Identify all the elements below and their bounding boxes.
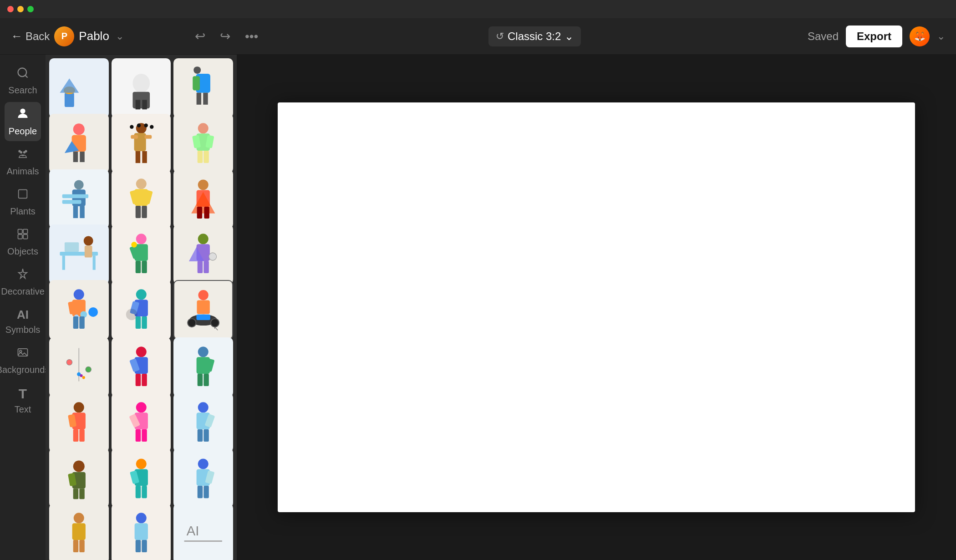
- asset-item-7[interactable]: [49, 169, 109, 229]
- svg-point-97: [198, 290, 208, 300]
- svg-rect-90: [79, 316, 84, 329]
- sidebar-item-plants[interactable]: Plants: [5, 183, 41, 221]
- svg-rect-52: [73, 206, 78, 218]
- svg-rect-11: [23, 234, 27, 239]
- svg-point-38: [130, 125, 133, 128]
- sidebar-item-decorative[interactable]: Decorative: [5, 263, 41, 301]
- asset-item-10[interactable]: [49, 224, 109, 284]
- svg-rect-24: [193, 76, 200, 90]
- sidebar-animals-label: Animals: [6, 166, 39, 177]
- svg-point-130: [198, 402, 208, 412]
- svg-point-105: [66, 359, 72, 365]
- asset-grid: ↖: [46, 55, 237, 560]
- sidebar: Search People Animals: [0, 55, 46, 560]
- sidebar-item-text[interactable]: T Text: [5, 382, 41, 419]
- svg-rect-113: [135, 374, 140, 386]
- asset-item-11[interactable]: [112, 224, 171, 284]
- export-button[interactable]: Export: [846, 25, 902, 47]
- svg-point-77: [198, 234, 208, 244]
- sidebar-item-animals[interactable]: Animals: [5, 143, 41, 181]
- asset-item-4[interactable]: [49, 114, 109, 173]
- style-selector[interactable]: ↺ Classic 3:2 ⌄: [488, 26, 581, 46]
- sidebar-item-symbols[interactable]: AI Symbols: [5, 303, 41, 340]
- sidebar-item-objects[interactable]: Objects: [5, 223, 41, 261]
- asset-item-16[interactable]: [49, 337, 109, 397]
- svg-point-150: [74, 513, 84, 524]
- asset-item-21[interactable]: [173, 393, 233, 453]
- sidebar-item-people[interactable]: People: [5, 102, 41, 141]
- asset-item-17[interactable]: [112, 337, 171, 397]
- svg-rect-82: [204, 261, 209, 273]
- sidebar-people-label: People: [9, 126, 37, 137]
- svg-text:AI: AI: [187, 524, 199, 539]
- style-dropdown-icon: ⌄: [564, 30, 574, 43]
- sidebar-item-backgrounds[interactable]: Backgrounds: [5, 341, 41, 380]
- back-button[interactable]: ← Back: [11, 29, 50, 43]
- svg-rect-119: [204, 374, 209, 386]
- svg-rect-50: [62, 194, 88, 198]
- asset-item-3[interactable]: [173, 58, 233, 118]
- asset-item-9[interactable]: [173, 169, 233, 229]
- svg-line-1: [25, 75, 27, 77]
- traffic-light-red[interactable]: [7, 6, 14, 12]
- avatar-dropdown-icon[interactable]: ⌄: [937, 31, 945, 42]
- asset-item-18[interactable]: [173, 337, 233, 397]
- user-dropdown-icon[interactable]: ⌄: [116, 31, 124, 42]
- asset-item-14[interactable]: [112, 280, 171, 340]
- svg-rect-10: [18, 234, 22, 239]
- asset-item-25[interactable]: [49, 504, 109, 560]
- svg-rect-148: [198, 485, 203, 498]
- user-avatar-top[interactable]: 🦊: [910, 26, 930, 46]
- svg-rect-34: [131, 135, 138, 138]
- asset-item-6[interactable]: [173, 114, 233, 173]
- asset-item-12[interactable]: [173, 224, 233, 284]
- redo-button[interactable]: ↪: [216, 25, 234, 47]
- svg-point-108: [80, 374, 82, 377]
- objects-icon: [16, 228, 29, 244]
- traffic-light-green[interactable]: [27, 6, 34, 12]
- asset-item-26[interactable]: [112, 504, 171, 560]
- svg-point-60: [198, 179, 208, 190]
- svg-rect-51: [62, 200, 81, 204]
- symbols-icon: AI: [17, 308, 29, 322]
- asset-item-8[interactable]: [112, 169, 171, 229]
- asset-item-2[interactable]: [112, 58, 171, 118]
- svg-point-42: [198, 123, 208, 133]
- asset-item-24[interactable]: [173, 448, 233, 508]
- svg-point-106: [86, 367, 92, 372]
- svg-rect-20: [135, 100, 140, 109]
- asset-item-19[interactable]: [49, 393, 109, 453]
- svg-rect-138: [73, 489, 78, 499]
- animals-icon: [16, 148, 29, 163]
- svg-rect-149: [204, 485, 209, 498]
- svg-rect-123: [73, 429, 78, 442]
- svg-rect-8: [18, 229, 22, 234]
- svg-point-40: [144, 123, 147, 127]
- asset-item-27[interactable]: AI: [173, 504, 233, 560]
- sidebar-item-search[interactable]: Search: [5, 62, 41, 100]
- asset-item-20[interactable]: [112, 393, 171, 453]
- topbar-left: ← Back P Pablo ⌄: [11, 26, 184, 46]
- svg-rect-152: [73, 540, 78, 552]
- asset-item-22[interactable]: [49, 448, 109, 508]
- asset-item-5[interactable]: [112, 114, 171, 173]
- canvas-board[interactable]: [278, 102, 915, 512]
- more-button[interactable]: •••: [241, 25, 262, 47]
- svg-rect-144: [142, 485, 147, 498]
- svg-point-109: [82, 376, 85, 379]
- svg-rect-47: [204, 151, 209, 163]
- svg-rect-70: [85, 246, 92, 258]
- user-avatar: P: [54, 26, 74, 46]
- svg-rect-35: [144, 135, 152, 138]
- svg-rect-98: [197, 300, 209, 314]
- undo-button[interactable]: ↩: [191, 25, 209, 47]
- svg-point-140: [136, 458, 146, 469]
- asset-item-23[interactable]: [112, 448, 171, 508]
- asset-item-13[interactable]: [49, 280, 109, 340]
- svg-rect-19: [132, 92, 150, 109]
- traffic-light-yellow[interactable]: [17, 6, 24, 12]
- asset-item-15[interactable]: ↖: [173, 280, 233, 340]
- backgrounds-icon: [16, 346, 29, 362]
- svg-point-27: [73, 123, 85, 135]
- asset-item-1[interactable]: [49, 58, 109, 118]
